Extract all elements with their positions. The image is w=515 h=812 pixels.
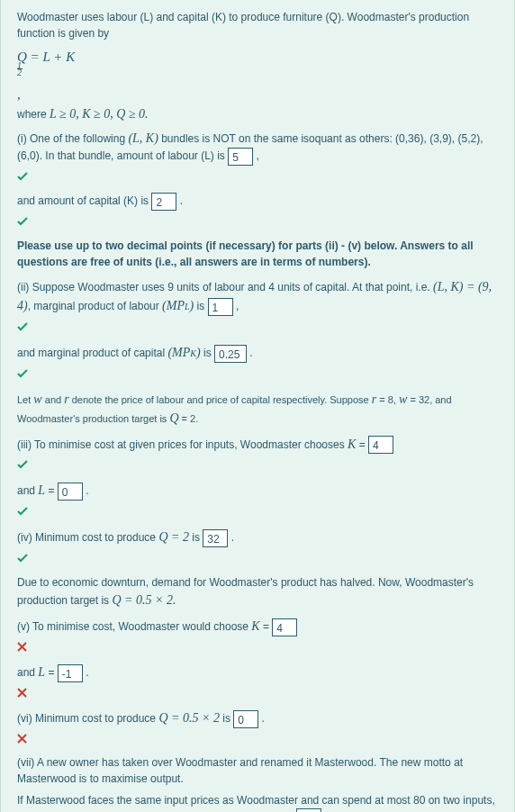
- part-vii-a: (vii) A new owner has taken over Woodmas…: [17, 754, 498, 787]
- intro-text: Woodmaster uses labour (L) and capital (…: [17, 9, 498, 41]
- answer-i-K[interactable]: 2: [151, 193, 176, 211]
- answer-iii-L[interactable]: 0: [58, 483, 83, 501]
- cross-icon: [17, 688, 498, 698]
- check-icon: [17, 459, 498, 470]
- answer-iii-K[interactable]: 4: [368, 436, 393, 454]
- mpk-line: and marginal product of capital (MPK) is…: [17, 343, 498, 363]
- v-L: and L = -1 .: [17, 663, 498, 682]
- cross-icon: [17, 734, 498, 744]
- price-line: Let w and r denote the price of labour a…: [17, 390, 498, 428]
- part-vii-b: If Masterwood faces the same input price…: [17, 792, 498, 812]
- check-icon: [17, 368, 498, 379]
- answer-ii-mpl[interactable]: 1: [208, 298, 233, 316]
- check-icon: [17, 321, 498, 332]
- answer-vi[interactable]: 0: [233, 710, 258, 728]
- answer-v-K[interactable]: 4: [272, 618, 297, 636]
- answer-i-L[interactable]: 5: [228, 148, 253, 166]
- part-vi: (vi) Minimum cost to produce Q = 0.5 × 2…: [17, 708, 498, 728]
- note-text: Please use up to two decimal points (if …: [17, 238, 498, 270]
- cross-icon: [17, 642, 498, 652]
- part-v: (v) To minimise cost, Woodmaster would c…: [17, 617, 498, 636]
- part-iii: (iii) To minimise cost at given prices f…: [17, 435, 498, 455]
- answer-ii-mpk[interactable]: 0.25: [214, 345, 247, 363]
- question-body: Woodmaster uses labour (L) and capital (…: [0, 0, 515, 812]
- iii-L: and L = 0 .: [17, 481, 498, 501]
- check-icon: [17, 216, 498, 227]
- answer-vii[interactable]: 3.5: [296, 808, 321, 812]
- check-icon: [17, 171, 498, 182]
- part-iv: (iv) Minimum cost to produce Q = 2 is 32…: [17, 528, 498, 547]
- where-line: where L ≥ 0, K ≥ 0, Q ≥ 0.: [17, 104, 498, 123]
- check-icon: [17, 553, 498, 564]
- part-ii: (ii) Suppose Woodmaster uses 9 units of …: [17, 277, 498, 316]
- downturn-text: Due to economic downturn, demand for Woo…: [17, 574, 498, 609]
- answer-v-L[interactable]: -1: [58, 664, 83, 682]
- capital-line: and amount of capital (K) is 2 .: [17, 193, 498, 211]
- answer-iv[interactable]: 32: [203, 529, 228, 547]
- part-i: (i) One of the following (L, K) bundles …: [17, 129, 498, 166]
- check-icon: [17, 506, 498, 517]
- production-equation: Q = L + K 12,: [17, 47, 498, 101]
